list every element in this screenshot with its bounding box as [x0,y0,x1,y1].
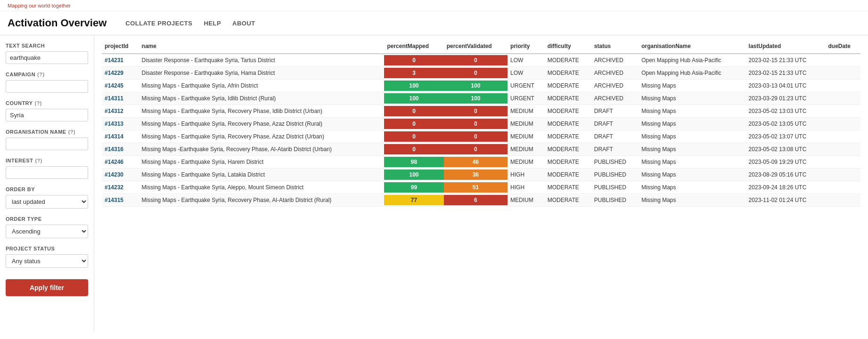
country-help-icon[interactable]: (?) [34,100,42,106]
cell-percent-validated: 100 [444,80,508,92]
table-row: #14316Missing Maps -Earthquake Syria, Re… [102,143,860,156]
nav-help[interactable]: HELP [204,20,221,27]
interest-input[interactable] [6,166,88,179]
cell-priority: MEDIUM [508,118,545,130]
cell-due-date [826,169,860,181]
table-row: #14229Disaster Response - Earthquake Syr… [102,67,860,80]
cell-difficulty: MODERATE [545,80,591,92]
project-id-link[interactable]: #14229 [105,70,123,76]
cell-project-id: #14315 [102,194,139,207]
cell-priority: MEDIUM [508,194,545,207]
text-search-label: TEXT SEARCH [6,43,88,48]
cell-due-date [826,105,860,118]
text-search-input[interactable] [6,51,88,64]
project-status-label: PROJECT STATUS [6,246,88,251]
cell-percent-mapped: 100 [384,92,443,105]
country-input[interactable] [6,109,88,121]
project-id-link[interactable]: #14231 [105,57,123,64]
project-status-select[interactable]: Any status PUBLISHED DRAFT ARCHIVED [6,254,88,268]
col-project-id: projectId [102,39,139,54]
cell-project-id: #14245 [102,80,139,92]
project-id-link[interactable]: #14246 [105,159,123,165]
cell-due-date [826,130,860,143]
project-id-link[interactable]: #14314 [105,133,123,140]
table-row: #14311Missing Maps - Earthquake Syria, I… [102,92,860,105]
org-help-icon[interactable]: (?) [68,129,76,135]
cell-percent-mapped: 0 [384,143,443,156]
cell-status: DRAFT [591,130,639,143]
campaign-input[interactable] [6,80,88,93]
cell-percent-validated: 0 [444,67,508,80]
cell-name: Missing Maps - Earthquake Syria, Recover… [139,194,385,207]
tagline: Mapping our world together [8,3,71,8]
project-id-link[interactable]: #14316 [105,146,123,153]
percent-mapped-value: 99 [384,182,443,193]
percent-mapped-value: 100 [384,81,443,91]
cell-status: PUBLISHED [591,156,639,169]
cell-priority: HIGH [508,169,545,181]
campaign-help-icon[interactable]: (?) [37,72,45,77]
project-id-link[interactable]: #14232 [105,184,123,191]
cell-last-updated: 2023-02-15 21:33 UTC [746,54,826,67]
order-type-label: ORDER TYPE [6,216,88,222]
percent-validated-value: 0 [444,68,508,78]
cell-last-updated: 2023-05-02 13:05 UTC [746,118,826,130]
cell-last-updated: 2023-11-02 01:24 UTC [746,194,826,207]
campaign-label: CAMPAIGN (?) [6,72,88,77]
cell-percent-validated: 6 [444,194,508,207]
col-org-name: organisationName [639,39,745,54]
cell-priority: MEDIUM [508,156,545,169]
cell-project-id: #14246 [102,156,139,169]
apply-filter-button[interactable]: Apply filter [6,279,88,296]
project-id-link[interactable]: #14311 [105,95,123,102]
order-by-label: ORDER BY [6,186,88,192]
percent-mapped-value: 100 [384,170,443,180]
cell-name: Disaster Response - Earthquake Syria, Ha… [139,67,385,80]
order-type-section: ORDER TYPE Ascending Descending [6,216,88,238]
cell-org-name: Open Mapping Hub Asia-Pacific [639,67,745,80]
nav-about[interactable]: ABOUT [232,20,255,27]
col-percent-mapped: percentMapped [384,39,443,54]
campaign-section: CAMPAIGN (?) [6,72,88,93]
project-id-link[interactable]: #14312 [105,108,123,114]
cell-status: ARCHIVED [591,92,639,105]
cell-last-updated: 2023-02-15 21:33 UTC [746,67,826,80]
table-row: #14314Missing Maps - Earthquake Syria, R… [102,130,860,143]
project-id-link[interactable]: #14313 [105,121,123,127]
percent-validated-value: 6 [444,195,508,205]
order-by-select[interactable]: last updated priority difficulty percent… [6,195,88,209]
cell-last-updated: 2023-05-09 19:29 UTC [746,156,826,169]
cell-project-id: #14316 [102,143,139,156]
cell-status: PUBLISHED [591,181,639,194]
cell-org-name: Missing Maps [639,105,745,118]
org-name-input[interactable] [6,137,88,150]
cell-project-id: #14313 [102,118,139,130]
order-type-select[interactable]: Ascending Descending [6,225,88,238]
cell-due-date [826,194,860,207]
table-row: #14315Missing Maps - Earthquake Syria, R… [102,194,860,207]
project-id-link[interactable]: #14315 [105,197,123,203]
interest-help-icon[interactable]: (?) [35,158,42,163]
cell-difficulty: MODERATE [545,194,591,207]
cell-name: Missing Maps - Earthquake Syria, Recover… [139,105,385,118]
nav-collate-projects[interactable]: COLLATE PROJECTS [125,20,192,27]
content-area: projectId name percentMapped percentVali… [94,35,868,332]
cell-project-id: #14311 [102,92,139,105]
project-id-link[interactable]: #14230 [105,171,123,178]
main-layout: TEXT SEARCH CAMPAIGN (?) COUNTRY (?) ORG… [0,35,868,332]
cell-due-date [826,156,860,169]
percent-validated-value: 100 [444,81,508,91]
cell-percent-validated: 51 [444,181,508,194]
cell-difficulty: MODERATE [545,143,591,156]
percent-mapped-value: 98 [384,157,443,167]
col-priority: priority [508,39,545,54]
cell-percent-mapped: 77 [384,194,443,207]
percent-mapped-value: 100 [384,93,443,104]
table-row: #14313Missing Maps - Earthquake Syria, R… [102,118,860,130]
header: Activation Overview COLLATE PROJECTS HEL… [0,11,868,35]
cell-due-date [826,54,860,67]
cell-org-name: Missing Maps [639,118,745,130]
project-id-link[interactable]: #14245 [105,82,123,89]
cell-percent-validated: 0 [444,130,508,143]
cell-name: Missing Maps - Earthquake Syria, Recover… [139,118,385,130]
